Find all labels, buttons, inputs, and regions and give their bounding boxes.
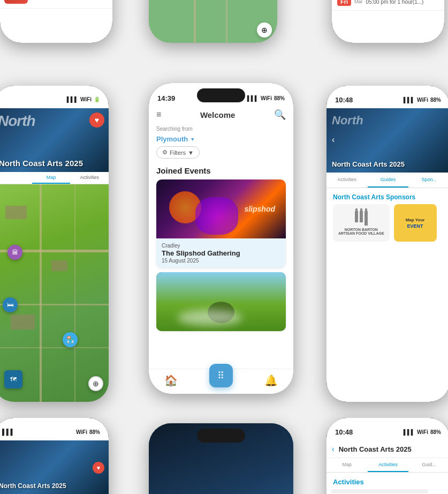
qr-icon: ⠿ [217,370,224,381]
day-badge: Fri [337,0,351,6]
venue-pin[interactable]: 🗺 [4,370,22,388]
my-location-button[interactable]: ⊕ [88,376,103,391]
right-hero-title: North Coast Arts 2025 [332,160,405,168]
sponsors-screen: 10:48 ▌▌▌ WiFi 88% North ‹ North Coast A… [326,86,448,402]
tab-activities[interactable]: Activities [70,172,109,184]
right-screen-tabs: Activities Guides Spon... [326,173,448,188]
signal-bot-left: ▌▌▌ [2,429,14,435]
status-icons: ▌▌▌ WiFi 🔋 [67,96,100,102]
phone-notch [197,88,245,102]
clock-bot-right: 10:48 [335,428,353,436]
map-pin-lodging[interactable]: 🛏 [3,297,18,312]
tab-guides-right[interactable]: Guides [368,173,409,188]
bot-left-title: North Coast Arts 2025 [0,482,66,490]
filter-icon: ⚙ [162,149,168,156]
status-bar-bot-left: ▌▌▌ WiFi 88% [0,418,109,440]
bot-right-phone: 10:48 ▌▌▌ WiFi 88% ‹ North Coast Arts 20… [326,418,448,494]
wifi-icon: WiFi [76,429,87,435]
icons-bot-left: WiFi 88% [76,429,100,435]
sponsor-event-label: EVENT [407,223,423,229]
filters-button[interactable]: ⚙ Filters ▼ [156,146,200,159]
notifications-nav-icon[interactable]: 🔔 [264,374,278,387]
compass-btn[interactable]: ⊕ [257,23,272,38]
battery-icon: 88% [430,97,441,103]
mid-center-phone: 14:39 ▌▌▌ WiFi 88% ≡ Welcome 🔍 Searching… [149,83,293,394]
tab-map-bot-right[interactable]: Map [326,458,368,472]
top-right-phone: Fri Mar 05:00 pm for 1 hour(1...) [332,0,444,43]
welcome-screen: 14:39 ▌▌▌ WiFi 88% ≡ Welcome 🔍 Searching… [149,83,293,394]
status-icons-center: ▌▌▌ WiFi 88% [247,95,285,101]
wifi-icon: WiFi [261,95,272,101]
qr-scan-button[interactable]: ⠿ [209,364,233,387]
tab-sponsors-right[interactable]: Spon... [408,173,448,188]
screen-tabs: Map Activities [0,172,109,184]
search-button[interactable]: 🔍 [274,109,286,121]
bottle-1 [355,211,358,222]
app-header: ≡ Welcome 🔍 [149,106,293,125]
sponsor-map-label: Map Your [406,218,425,222]
event-date-header: Fri Mar 05:00 pm for 1 hour(1...) [332,0,444,11]
sponsor-norton-barton[interactable]: NORTON BARTON ARTISAN FOOD VILLAGE [333,204,390,242]
sponsor-map-your-event[interactable]: Map Your EVENT [394,204,437,242]
battery-icon: 🔋 [94,96,100,102]
map-view: 🏛 🛏 🏪 ⊕ 🗺 [0,184,109,402]
bot-left-hero: ♥ North Coast Arts 2025 [0,440,109,494]
bottle-3 [365,211,368,226]
event-name: The Slipshod Gathering [162,249,280,257]
event-image-outdoor [156,272,286,331]
tab-activities-right[interactable]: Activities [326,173,368,188]
activities-section-title: Activities [326,473,448,489]
event-date: 15 August 2025 [162,258,280,264]
location-dropdown-icon: ▼ [190,137,195,142]
status-bar-bot-right: 10:48 ▌▌▌ WiFi 88% [326,418,448,440]
top-center-phone: 🗺 ⊕ [149,0,277,43]
status-bar-right: 10:48 ▌▌▌ WiFi 88% [326,86,448,108]
signal-icon: ▌▌▌ [247,95,259,101]
battery-icon: 88% [89,429,100,435]
top-center-map: 🗺 ⊕ [149,0,277,43]
festival-hero: North ♥ North Coast Arts 2025 [0,108,109,172]
icons-bot-right: ▌▌▌ WiFi 88% [404,429,441,435]
location-selector[interactable]: Plymouth ▼ [149,135,293,146]
event-info-slipshod: Cradley The Slipshod Gathering 15 August… [156,238,286,268]
back-button-right[interactable]: ‹ [332,135,335,145]
event-location: Cradley [162,243,280,249]
festival-title: North Coast Arts 2025 [0,159,83,168]
top-right-screen: Fri Mar 05:00 pm for 1 hour(1...) [332,0,444,43]
favorite-button[interactable]: ♥ [89,113,104,128]
battery-icon: 88% [274,95,285,101]
filter-arrow-icon: ▼ [188,149,194,156]
filters-row: ⚙ Filters ▼ [149,146,293,164]
map-pin-museum[interactable]: 🏛 [7,245,22,260]
signal-icon: ▌▌▌ [404,97,415,103]
mid-left-phone: ▌▌▌ WiFi 🔋 North ♥ North Coast Arts 2025… [0,86,109,402]
tab-guides-bot-right[interactable]: Guid... [408,458,448,472]
right-festival-hero: North ‹ North Coast Arts 2025 [326,108,448,173]
map-pin-shop[interactable]: 🏪 [63,332,78,347]
clock-right: 10:48 [335,96,353,104]
bot-left-screen: ▌▌▌ WiFi 88% ♥ North Coast Arts 2025 Act… [0,418,109,494]
event-card-slipshod[interactable]: Cradley The Slipshod Gathering 15 August… [156,179,286,268]
battery-icon: 88% [430,429,441,435]
tab-activities-bot-right[interactable]: Activities [368,458,409,472]
tab-map[interactable]: Map [32,172,71,184]
event-image-slipshod [156,179,286,238]
event-card-outdoor[interactable] [156,272,286,331]
status-icons-right: ▌▌▌ WiFi 88% [404,97,441,103]
sponsor-logo-bottles [355,211,368,226]
back-button-bot-right[interactable]: ‹ [332,445,335,453]
tab-default[interactable] [0,172,32,184]
bot-right-header: ‹ North Coast Arts 2025 [326,440,448,458]
location-name: Plymouth [156,135,188,143]
home-nav-icon[interactable]: 🏠 [164,374,178,387]
joined-events-heading: Joined Events [149,164,293,179]
phone-notch-bot [197,429,245,443]
activity-item-1 [331,489,428,493]
menu-button[interactable]: ≡ [156,110,161,119]
bot-right-tabs: Map Activities Guid... [326,458,448,473]
wifi-icon: WiFi [417,429,428,435]
bot-left-phone: ▌▌▌ WiFi 88% ♥ North Coast Arts 2025 Act… [0,418,109,494]
top-left-event[interactable]: 🎵 Last Dance Saloon 08:00 pm for 2 hour(… [0,0,112,9]
sponsor-name-norton: NORTON BARTON ARTISAN FOOD VILLAGE [338,228,384,235]
favorite-btn-bot[interactable]: ♥ [93,462,104,474]
